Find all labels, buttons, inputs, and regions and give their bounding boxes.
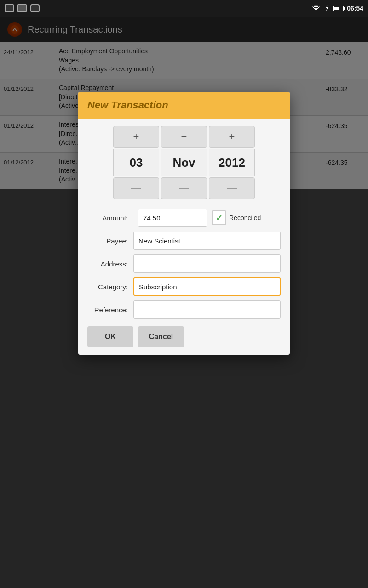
year-increment-button[interactable]: + bbox=[209, 126, 255, 148]
svg-point-0 bbox=[316, 11, 317, 12]
date-picker: + 03 — + Nov — bbox=[87, 126, 281, 199]
new-transaction-dialog: New Transaction + 03 — + bbox=[78, 92, 290, 355]
clock: 06:54 bbox=[347, 5, 363, 12]
status-bar-right: 06:54 bbox=[312, 5, 363, 12]
dialog-header: New Transaction bbox=[78, 92, 290, 119]
month-value: Nov bbox=[161, 149, 207, 176]
address-input[interactable] bbox=[133, 254, 281, 273]
year-column: + 2012 — bbox=[209, 126, 255, 199]
checkmark-icon: ✓ bbox=[215, 212, 223, 223]
amount-input[interactable] bbox=[138, 209, 207, 227]
amount-label: Amount: bbox=[87, 214, 133, 222]
address-row: Address: bbox=[87, 254, 281, 273]
day-column: + 03 — bbox=[113, 126, 159, 199]
month-decrement-button[interactable]: — bbox=[161, 177, 207, 199]
category-input[interactable] bbox=[133, 277, 281, 296]
cancel-button[interactable]: Cancel bbox=[138, 326, 184, 347]
status-bar-left bbox=[5, 4, 40, 12]
svg-marker-1 bbox=[326, 5, 328, 11]
reference-row: Reference: bbox=[87, 300, 281, 319]
dialog-buttons: OK Cancel bbox=[87, 326, 281, 347]
amount-row: Amount: ✓ Reconciled bbox=[87, 209, 281, 227]
category-row: Category: bbox=[87, 277, 281, 296]
month-column: + Nov — bbox=[161, 126, 207, 199]
wifi-icon bbox=[312, 5, 320, 11]
year-value: 2012 bbox=[209, 149, 255, 176]
ok-button[interactable]: OK bbox=[87, 326, 133, 347]
modal-overlay: New Transaction + 03 — + bbox=[0, 0, 368, 588]
reconciled-label: Reconciled bbox=[229, 214, 261, 221]
reconciled-checkbox[interactable]: ✓ bbox=[212, 210, 226, 225]
store-icon bbox=[30, 4, 40, 12]
android-icon bbox=[17, 4, 27, 12]
day-increment-button[interactable]: + bbox=[113, 126, 159, 148]
category-label: Category: bbox=[87, 283, 133, 291]
gallery-icon bbox=[5, 4, 14, 12]
day-value: 03 bbox=[113, 149, 159, 176]
address-label: Address: bbox=[87, 260, 133, 268]
battery-icon bbox=[333, 6, 344, 11]
reference-label: Reference: bbox=[87, 306, 133, 314]
lightning-icon bbox=[323, 5, 330, 11]
year-decrement-button[interactable]: — bbox=[209, 177, 255, 199]
payee-row: Payee: bbox=[87, 232, 281, 250]
status-bar: 06:54 bbox=[0, 0, 368, 17]
reference-input[interactable] bbox=[133, 300, 281, 319]
dialog-title: New Transaction bbox=[87, 99, 168, 111]
reconciled-area: ✓ Reconciled bbox=[212, 210, 261, 225]
day-decrement-button[interactable]: — bbox=[113, 177, 159, 199]
payee-input[interactable] bbox=[133, 232, 281, 250]
payee-label: Payee: bbox=[87, 237, 133, 245]
month-increment-button[interactable]: + bbox=[161, 126, 207, 148]
dialog-body: + 03 — + Nov — bbox=[78, 119, 290, 355]
